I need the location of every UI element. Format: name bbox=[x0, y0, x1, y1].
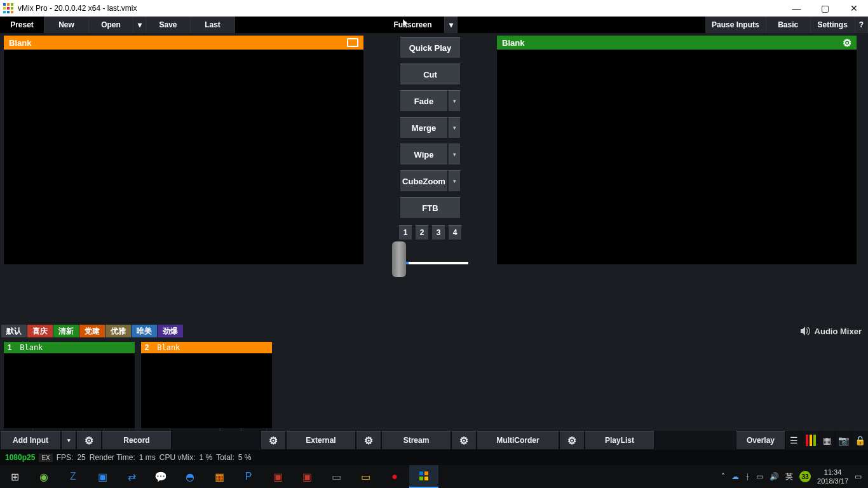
taskbar-vmix-icon[interactable] bbox=[409, 465, 438, 488]
tray-onedrive-icon[interactable]: ☁ bbox=[731, 472, 739, 481]
taskbar-app-icon[interactable]: ▦ bbox=[205, 465, 234, 488]
window-maximize-button[interactable]: ▢ bbox=[811, 0, 839, 17]
external-button[interactable]: External bbox=[286, 431, 356, 450]
overlay-2-button[interactable]: 2 bbox=[415, 225, 429, 240]
status-render: 1 ms bbox=[139, 453, 156, 462]
preview-video[interactable] bbox=[4, 50, 363, 264]
grid-view-icon[interactable]: ▦ bbox=[818, 431, 835, 450]
taskbar-app-icon[interactable]: ▣ bbox=[263, 465, 292, 488]
status-resolution: 1080p25 bbox=[5, 453, 35, 462]
overlay-4-button[interactable]: 4 bbox=[448, 225, 462, 240]
external-settings-button[interactable]: ⚙ bbox=[356, 431, 381, 450]
tbar-slider[interactable] bbox=[392, 248, 468, 278]
help-button[interactable]: ? bbox=[855, 17, 868, 33]
taskbar-app-icon[interactable]: ● bbox=[380, 465, 409, 488]
status-fps: 25 bbox=[77, 453, 85, 462]
speaker-icon[interactable] bbox=[799, 325, 811, 337]
multicorder-button[interactable]: MultiCorder bbox=[477, 431, 559, 450]
taskbar-app-icon[interactable]: ◓ bbox=[175, 465, 205, 488]
input-settings-button[interactable]: ⚙ bbox=[76, 431, 102, 450]
fade-button[interactable]: Fade bbox=[400, 90, 448, 112]
taskbar-app-icon[interactable]: ▣ bbox=[88, 465, 117, 488]
list-view-icon[interactable]: ☰ bbox=[785, 431, 802, 450]
input-header[interactable]: 1 Blank bbox=[4, 342, 135, 353]
category-tab[interactable]: 优雅 bbox=[105, 325, 131, 337]
taskbar-wechat-icon[interactable]: 💬 bbox=[146, 465, 175, 488]
preset-menu[interactable]: Preset bbox=[0, 17, 44, 33]
overlay-button[interactable]: Overlay bbox=[736, 431, 785, 450]
tray-volume-icon[interactable]: 🔊 bbox=[770, 472, 779, 481]
program-gear-icon[interactable]: ⚙ bbox=[843, 37, 851, 49]
tray-ime[interactable]: 英 bbox=[785, 471, 793, 482]
playlist-button[interactable]: PlayList bbox=[585, 431, 654, 450]
taskbar-app-icon[interactable]: ▭ bbox=[322, 465, 351, 488]
category-tab[interactable]: 劲爆 bbox=[158, 325, 183, 337]
overlay-3-button[interactable]: 3 bbox=[431, 225, 445, 240]
tray-badge[interactable]: 33 bbox=[799, 471, 811, 482]
taskbar-teamviewer-icon[interactable]: ⇄ bbox=[117, 465, 146, 488]
stream-button[interactable]: Stream bbox=[381, 431, 451, 450]
category-tab[interactable]: 清新 bbox=[53, 325, 79, 337]
fullscreen-button[interactable]: Fullscreen bbox=[381, 17, 445, 33]
tray-clock[interactable]: 11:34 2018/3/17 bbox=[817, 468, 848, 485]
fullscreen-dropdown[interactable]: ▾ bbox=[445, 17, 458, 33]
record-button[interactable]: Record bbox=[102, 431, 172, 450]
tray-notifications-icon[interactable]: ▭ bbox=[855, 472, 862, 481]
input-header[interactable]: 2 Blank bbox=[141, 342, 272, 353]
tbar-handle[interactable] bbox=[392, 241, 406, 277]
camera-icon[interactable]: 📷 bbox=[835, 431, 851, 450]
status-cpu: 1 % bbox=[199, 453, 212, 462]
stream-settings-button[interactable]: ⚙ bbox=[451, 431, 477, 450]
cubezoom-button[interactable]: CubeZoom bbox=[400, 170, 448, 192]
status-bar: 1080p25 EX FPS: 25 Render Time: 1 ms CPU… bbox=[0, 450, 868, 465]
quick-play-button[interactable]: Quick Play bbox=[400, 37, 461, 58]
tray-chevron-up-icon[interactable]: ˄ bbox=[721, 472, 725, 481]
start-button[interactable]: ⊞ bbox=[0, 465, 29, 488]
merge-dropdown[interactable]: ▾ bbox=[448, 117, 461, 139]
wipe-button[interactable]: Wipe bbox=[400, 144, 448, 165]
lock-icon[interactable]: 🔒 bbox=[851, 431, 868, 450]
ftb-button[interactable]: FTB bbox=[400, 197, 461, 219]
window-close-button[interactable]: ✕ bbox=[839, 0, 868, 17]
tray-battery-icon[interactable]: ▭ bbox=[756, 472, 763, 481]
audio-meters-icon[interactable] bbox=[802, 431, 818, 450]
category-tab[interactable]: 喜庆 bbox=[27, 325, 53, 337]
pause-inputs-button[interactable]: Pause Inputs bbox=[705, 17, 766, 33]
new-button[interactable]: New bbox=[44, 17, 89, 33]
program-header[interactable]: Blank ⚙ bbox=[497, 36, 857, 50]
cut-button[interactable]: Cut bbox=[400, 64, 461, 85]
last-button[interactable]: Last bbox=[191, 17, 235, 33]
tray-wifi-icon[interactable]: ⟊ bbox=[745, 472, 750, 481]
cubezoom-dropdown[interactable]: ▾ bbox=[448, 170, 461, 192]
taskbar-app-icon[interactable]: Z bbox=[58, 465, 88, 488]
tray-date: 2018/3/17 bbox=[817, 477, 848, 485]
add-input-button[interactable]: Add Input bbox=[0, 431, 61, 450]
wipe-dropdown[interactable]: ▾ bbox=[448, 144, 461, 165]
preview-header[interactable]: Blank bbox=[4, 36, 363, 50]
basic-button[interactable]: Basic bbox=[766, 17, 811, 33]
fade-dropdown[interactable]: ▾ bbox=[448, 90, 461, 112]
save-button[interactable]: Save bbox=[146, 17, 191, 33]
input-thumbnail[interactable] bbox=[141, 353, 272, 428]
status-total-label: Total: bbox=[216, 453, 234, 462]
category-tab[interactable]: 默认 bbox=[1, 325, 27, 337]
open-dropdown[interactable]: ▾ bbox=[133, 17, 146, 33]
taskbar-app-icon[interactable]: P bbox=[234, 465, 263, 488]
open-button[interactable]: Open bbox=[89, 17, 133, 33]
taskbar-app-icon[interactable]: ▣ bbox=[292, 465, 322, 488]
input-thumbnail[interactable] bbox=[4, 353, 135, 428]
window-minimize-button[interactable]: — bbox=[782, 0, 811, 17]
category-tab[interactable]: 唯美 bbox=[132, 325, 157, 337]
merge-button[interactable]: Merge bbox=[400, 117, 448, 139]
preview-window-icon[interactable] bbox=[347, 38, 358, 47]
taskbar-app-icon[interactable]: ▭ bbox=[351, 465, 380, 488]
category-tab[interactable]: 党建 bbox=[79, 325, 105, 337]
multicorder-settings-button[interactable]: ⚙ bbox=[559, 431, 585, 450]
overlay-1-button[interactable]: 1 bbox=[398, 225, 412, 240]
taskbar-edge-icon[interactable]: ◉ bbox=[29, 465, 58, 488]
program-video[interactable] bbox=[497, 50, 857, 264]
audio-mixer-button[interactable]: Audio Mixer bbox=[815, 327, 862, 336]
settings-button[interactable]: Settings bbox=[811, 17, 855, 33]
add-input-dropdown[interactable]: ▾ bbox=[61, 431, 76, 450]
record-settings-button[interactable]: ⚙ bbox=[261, 431, 286, 450]
